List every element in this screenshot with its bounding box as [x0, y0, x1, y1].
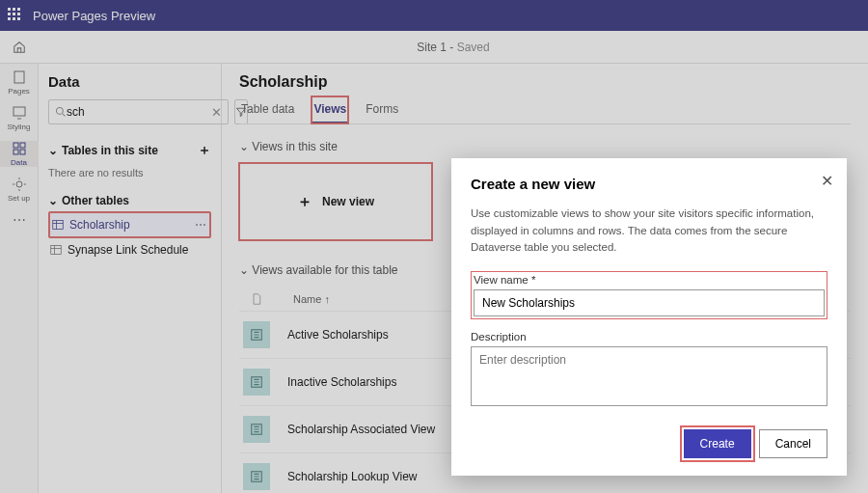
view-name-input[interactable]	[474, 289, 825, 316]
description-label: Description	[471, 331, 827, 342]
cancel-button[interactable]: Cancel	[759, 429, 827, 458]
description-input[interactable]	[471, 346, 827, 406]
create-button[interactable]: Create	[684, 429, 751, 458]
dialog-body: Use customizable views to show your site…	[471, 205, 827, 256]
close-icon[interactable]: ✕	[821, 172, 833, 190]
dialog-title: Create a new view	[471, 176, 827, 192]
view-name-label: View name *	[474, 274, 825, 286]
create-view-dialog: ✕ Create a new view Use customizable vie…	[451, 158, 847, 476]
